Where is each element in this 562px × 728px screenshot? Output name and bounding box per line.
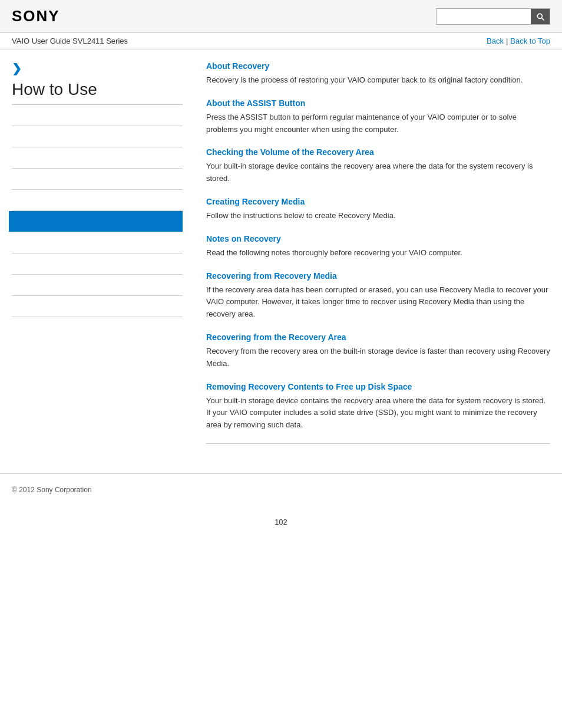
section-title-creating-media[interactable]: Creating Recovery Media [206,197,550,206]
section-title-assist-button[interactable]: About the ASSIST Button [206,98,550,108]
nav-links: Back | Back to Top [487,37,550,45]
section-body-about-recovery: Recovery is the process of restoring you… [206,74,550,87]
content-area: About Recovery Recovery is the process o… [194,61,550,450]
section-body-creating-media: Follow the instructions below to create … [206,210,550,222]
back-link[interactable]: Back [487,37,504,45]
section-title-recovering-from-area[interactable]: Recovering from the Recovery Area [206,332,550,342]
sidebar-item-8[interactable] [12,253,183,275]
sidebar-item-10[interactable] [12,296,183,317]
section-body-removing-recovery: Your built-in storage device contains th… [206,395,550,431]
sidebar-item-2[interactable] [12,126,183,147]
sidebar-item-3[interactable] [12,147,183,169]
section-assist-button: About the ASSIST Button Press the ASSIST… [206,98,550,136]
search-box[interactable] [436,8,550,25]
search-icon [535,12,545,21]
section-title-about-recovery[interactable]: About Recovery [206,61,550,71]
sidebar-item-5[interactable] [12,190,183,211]
copyright-text: © 2012 Sony Corporation [12,486,92,494]
section-body-assist-button: Press the ASSIST button to perform regul… [206,111,550,136]
section-body-recovering-from-media: If the recovery area data has been corru… [206,284,550,321]
section-removing-recovery: Removing Recovery Contents to Free up Di… [206,382,550,431]
sidebar-items [12,105,183,317]
section-notes-on-recovery: Notes on Recovery Read the following not… [206,234,550,259]
sidebar-item-6-active[interactable] [9,211,183,232]
content-bottom-divider [206,443,550,444]
back-to-top-link[interactable]: Back to Top [510,37,550,45]
nav-bar: VAIO User Guide SVL2411 Series Back | Ba… [0,33,562,50]
section-title-checking-volume[interactable]: Checking the Volume of the Recovery Area [206,147,550,157]
sidebar-section-title: How to Use [12,80,183,105]
section-title-recovering-from-media[interactable]: Recovering from Recovery Media [206,271,550,281]
search-input[interactable] [437,9,531,23]
section-checking-volume: Checking the Volume of the Recovery Area… [206,147,550,185]
page-number: 102 [0,518,562,538]
page-footer: © 2012 Sony Corporation [0,473,562,506]
section-creating-media: Creating Recovery Media Follow the instr… [206,197,550,222]
search-button[interactable] [531,9,550,24]
sidebar-item-7[interactable] [12,232,183,253]
section-recovering-from-media: Recovering from Recovery Media If the re… [206,271,550,321]
guide-title: VAIO User Guide SVL2411 Series [12,37,128,45]
section-title-notes-on-recovery[interactable]: Notes on Recovery [206,234,550,243]
sidebar-item-1[interactable] [12,105,183,126]
section-body-recovering-from-area: Recovery from the recovery area on the b… [206,345,550,370]
sidebar-item-9[interactable] [12,275,183,296]
page-header: SONY [0,0,562,33]
section-recovering-from-area: Recovering from the Recovery Area Recove… [206,332,550,370]
sidebar-chevron-icon: ❯ [12,61,183,75]
main-content: ❯ How to Use About Recovery Recovery is … [0,50,562,462]
section-title-removing-recovery[interactable]: Removing Recovery Contents to Free up Di… [206,382,550,391]
section-body-checking-volume: Your built-in storage device contains th… [206,160,550,185]
sidebar: ❯ How to Use [12,61,194,450]
section-about-recovery: About Recovery Recovery is the process o… [206,61,550,87]
sony-logo: SONY [12,7,60,25]
sidebar-item-4[interactable] [12,169,183,190]
nav-separator: | [506,37,508,45]
section-body-notes-on-recovery: Read the following notes thoroughly befo… [206,247,550,259]
